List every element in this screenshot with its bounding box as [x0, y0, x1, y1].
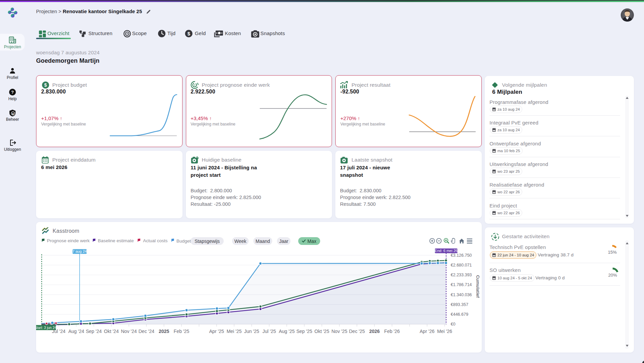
svg-text:Nov '25: Nov '25: [331, 329, 347, 334]
svg-text:Apr '25: Apr '25: [209, 329, 224, 334]
svg-text:€1.340.036: €1.340.036: [451, 292, 472, 297]
svg-text:Apr '26: Apr '26: [420, 329, 435, 334]
svg-text:Mei '26: Mei '26: [437, 329, 452, 334]
svg-text:Mei '25: Mei '25: [227, 329, 242, 334]
svg-text:Dec '25: Dec '25: [349, 329, 365, 334]
svg-text:Jul '24: Jul '24: [52, 329, 65, 334]
svg-text:?: ?: [11, 90, 14, 95]
svg-text:Jun '25: Jun '25: [244, 329, 259, 334]
svg-text:$: $: [187, 31, 190, 36]
svg-text:$: $: [44, 82, 47, 88]
svg-text:Sep '25: Sep '25: [296, 329, 312, 334]
svg-text:€2.233.393: €2.233.393: [451, 273, 472, 277]
svg-text:7 aug 24: 7 aug 24: [73, 249, 87, 253]
svg-text:Nov '24: Nov '24: [121, 329, 137, 334]
svg-text:€2.680.071: €2.680.071: [451, 263, 472, 268]
svg-text:Aug '24: Aug '24: [68, 329, 84, 334]
svg-text:€893.357: €893.357: [451, 302, 468, 307]
svg-text:€3.126.750: €3.126.750: [451, 253, 472, 258]
svg-text:Dec '24: Dec '24: [138, 329, 154, 334]
svg-text:Okt '25: Okt '25: [314, 329, 329, 334]
svg-text:e: e: [12, 112, 14, 115]
svg-text:Cumulatief: Cumulatief: [475, 275, 480, 298]
svg-text:Jul '25: Jul '25: [262, 329, 276, 334]
svg-text:Sep '24: Sep '24: [86, 329, 102, 334]
svg-text:Feb '26: Feb '26: [384, 329, 400, 334]
svg-text:Aug '25: Aug '25: [279, 329, 295, 334]
svg-text:€1.786.714: €1.786.714: [451, 282, 472, 287]
svg-text:2025: 2025: [159, 329, 169, 334]
svg-text:End: 6 mei 26: End: 6 mei 26: [435, 249, 458, 253]
svg-text:2026: 2026: [369, 329, 380, 334]
svg-text:Feb '25: Feb '25: [174, 329, 189, 334]
svg-text:€446.679: €446.679: [451, 312, 468, 317]
svg-text:Okt '24: Okt '24: [104, 329, 119, 334]
svg-text:€0: €0: [451, 322, 455, 327]
